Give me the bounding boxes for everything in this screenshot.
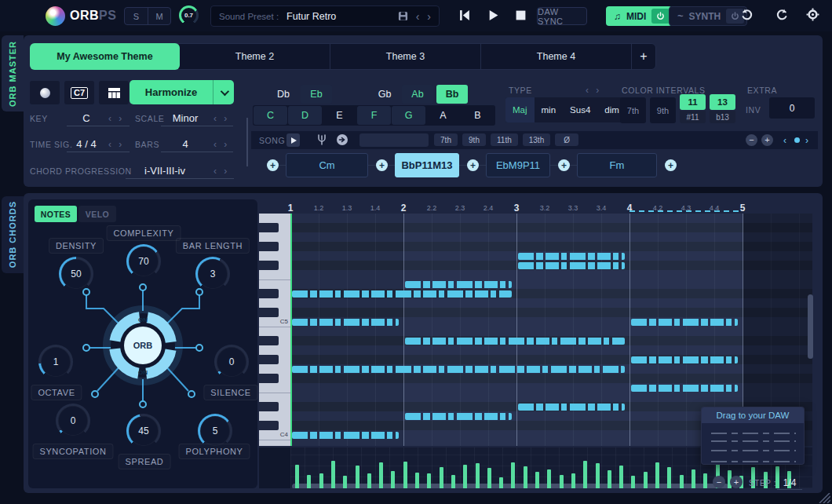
black-key[interactable]: [259, 402, 279, 411]
song-name-input[interactable]: [359, 133, 429, 147]
song-interval-Ø[interactable]: Ø: [555, 133, 578, 146]
interval-flat13-button[interactable]: b13: [710, 111, 735, 123]
interval-9th-button[interactable]: 9th: [650, 97, 676, 123]
undo-icon[interactable]: [740, 8, 754, 21]
insert-chord-button[interactable]: +: [665, 159, 677, 171]
velocity-bar[interactable]: [596, 463, 600, 488]
spread-knob[interactable]: 45: [126, 414, 161, 448]
black-key[interactable]: [259, 223, 279, 232]
stop-button[interactable]: [515, 9, 527, 21]
note-key-Ab[interactable]: Ab: [402, 85, 433, 104]
note-key-B[interactable]: B: [461, 106, 494, 125]
bar-length-knob[interactable]: 3: [195, 257, 230, 291]
preset-next-button[interactable]: ›: [427, 11, 431, 22]
page-dot[interactable]: [794, 137, 800, 143]
add-theme-button[interactable]: +: [632, 44, 655, 69]
solo-button[interactable]: S: [125, 8, 148, 24]
density-knob[interactable]: 50: [59, 257, 93, 291]
key-value[interactable]: C: [67, 112, 106, 124]
midi-note[interactable]: [631, 385, 738, 392]
insert-chord-button[interactable]: +: [376, 159, 388, 171]
bars-stepper[interactable]: ‹ ›: [213, 139, 229, 150]
page-prev-icon[interactable]: ‹: [783, 135, 786, 146]
theme-tab-4[interactable]: Theme 4: [481, 44, 632, 69]
velocity-bar[interactable]: [535, 472, 539, 488]
type-min-button[interactable]: min: [535, 97, 564, 122]
scale-stepper[interactable]: ‹ ›: [213, 113, 229, 124]
velocity-bar[interactable]: [440, 467, 443, 488]
velocity-bar[interactable]: [487, 468, 491, 488]
preset-value[interactable]: Futur Retro: [286, 11, 390, 22]
velocity-bar[interactable]: [391, 471, 395, 488]
velocity-bar[interactable]: [680, 475, 684, 488]
midi-note[interactable]: [405, 413, 512, 420]
side-tab-orb-chords[interactable]: ORB CHORDS: [2, 196, 24, 273]
midi-note[interactable]: [631, 319, 738, 326]
velocity-bar[interactable]: [343, 476, 347, 488]
daw-sync-button[interactable]: DAW SYNC: [537, 7, 587, 25]
midi-note[interactable]: [292, 432, 399, 439]
side-tab-orb-master[interactable]: ORB MASTER: [2, 35, 24, 111]
progression-stepper[interactable]: ‹ ›: [213, 166, 229, 177]
velocity-bar[interactable]: [356, 466, 359, 488]
velocity-bar[interactable]: [619, 466, 623, 488]
velocity-bar[interactable]: [655, 462, 659, 488]
velocity-bar[interactable]: [403, 462, 407, 488]
black-key[interactable]: [259, 374, 279, 383]
note-key-F[interactable]: F: [357, 106, 391, 125]
velocity-bar[interactable]: [511, 462, 515, 488]
drag-to-daw-box[interactable]: Drag to your DAW: [701, 407, 805, 465]
interval-7th-button[interactable]: 7th: [620, 97, 646, 123]
complexity-knob[interactable]: 70: [126, 244, 161, 279]
interval-13-button[interactable]: 13: [710, 94, 735, 110]
song-interval-7th[interactable]: 7th: [434, 133, 458, 146]
octave-knob[interactable]: 1: [38, 345, 73, 379]
midi-toggle[interactable]: ♫ MIDI: [606, 6, 672, 26]
note-key-Db[interactable]: Db: [268, 85, 298, 104]
insert-chord-button[interactable]: +: [267, 159, 279, 171]
midi-power-icon[interactable]: [651, 9, 670, 24]
circle-view-button[interactable]: [30, 81, 60, 104]
page-next-icon[interactable]: ›: [805, 135, 808, 146]
velocity-bar[interactable]: [608, 470, 611, 488]
midi-note[interactable]: [405, 338, 625, 345]
chord-block-Fm[interactable]: Fm: [577, 153, 657, 177]
velocity-bar[interactable]: [524, 466, 527, 488]
tuning-fork-icon[interactable]: [316, 133, 328, 146]
velocity-bar[interactable]: [379, 462, 383, 488]
type-maj-button[interactable]: Maj: [505, 97, 535, 122]
harmonize-dropdown[interactable]: [213, 80, 234, 104]
velocity-bar[interactable]: [476, 463, 480, 488]
velocity-bar[interactable]: [415, 473, 419, 488]
remove-chord-button[interactable]: −: [746, 134, 757, 146]
note-key-D[interactable]: D: [288, 106, 322, 125]
midi-note[interactable]: [292, 319, 399, 326]
velocity-bar[interactable]: [307, 475, 311, 488]
song-interval-9th[interactable]: 9th: [462, 133, 486, 146]
velocity-bar[interactable]: [560, 475, 564, 488]
black-key[interactable]: [259, 421, 279, 430]
velocity-bar[interactable]: [499, 477, 503, 488]
insert-chord-button[interactable]: +: [467, 159, 479, 171]
song-interval-11th[interactable]: 11th: [491, 133, 518, 146]
chord-c7-view-button[interactable]: C7: [64, 81, 94, 104]
type-sus4-button[interactable]: Sus4: [563, 97, 597, 122]
grid-view-button[interactable]: [99, 81, 129, 104]
resize-grip[interactable]: [816, 493, 830, 503]
gain-knob[interactable]: 0.7: [179, 5, 199, 25]
key-stepper[interactable]: ‹ ›: [108, 113, 124, 124]
midi-note[interactable]: [518, 262, 625, 269]
note-key-G[interactable]: G: [392, 106, 425, 125]
theme-tab-1[interactable]: My Awesome Theme: [30, 43, 180, 70]
note-key-A[interactable]: A: [426, 106, 460, 125]
note-key-Bb[interactable]: Bb: [436, 85, 468, 104]
preset-prev-button[interactable]: ‹: [416, 11, 420, 22]
theme-tab-2[interactable]: Theme 2: [180, 44, 330, 69]
midi-note[interactable]: [292, 290, 512, 298]
velocity-bar[interactable]: [367, 473, 371, 488]
velocity-bar[interactable]: [295, 465, 299, 488]
inversion-value[interactable]: 0: [769, 97, 815, 119]
note-key-Gb[interactable]: Gb: [370, 85, 400, 104]
scale-value[interactable]: Minor: [161, 112, 210, 124]
skip-start-button[interactable]: [459, 9, 471, 21]
